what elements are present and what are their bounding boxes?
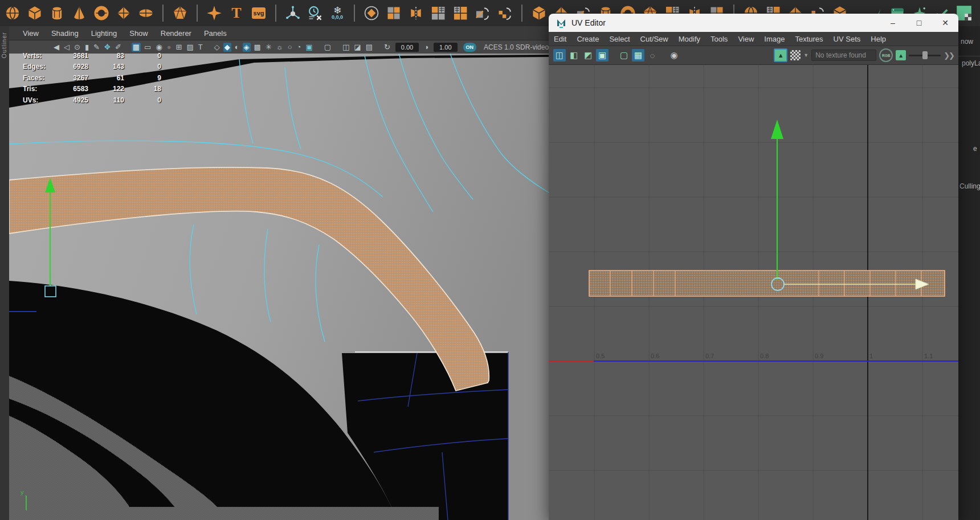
cube-primitive-icon[interactable] <box>26 2 44 24</box>
image-plane-toggle-icon[interactable]: ▤ <box>365 43 374 52</box>
textured-display-icon[interactable]: ◈ <box>243 43 251 52</box>
checker-display-icon[interactable]: ▦ <box>632 49 644 62</box>
hud-text-icon[interactable]: T <box>197 43 204 52</box>
isolate-select-icon[interactable]: ◫ <box>341 43 350 52</box>
uv-menu-help[interactable]: Help <box>871 35 886 43</box>
uv-shell[interactable] <box>589 271 945 296</box>
hud-extra-count: 0 <box>124 52 161 60</box>
antialiasing-icon[interactable]: ▣ <box>304 43 313 52</box>
uv-canvas[interactable]: 0.50.60.70.80.911.1 <box>549 65 958 520</box>
uv-shell-border-icon[interactable]: ◫ <box>553 49 566 62</box>
color-management-toggle[interactable]: ON <box>463 43 477 52</box>
rgb-channels-icon[interactable]: RGB <box>879 48 893 62</box>
occlusion-icon[interactable]: ◔ <box>296 43 303 52</box>
dim-image-icon[interactable]: ◌ <box>646 49 659 62</box>
cone-primitive-icon[interactable] <box>70 2 88 24</box>
uv-editor-window[interactable]: UV Editor –□✕ EditCreateSelectCut/SewMod… <box>549 14 958 520</box>
text-tool-icon[interactable]: T <box>227 2 246 24</box>
viewport-scene[interactable]: y <box>9 54 549 520</box>
uv-editor-titlebar[interactable]: UV Editor –□✕ <box>549 14 958 32</box>
viewport-menu-renderer[interactable]: Renderer <box>161 29 191 38</box>
image-display-icon[interactable]: ▲ <box>896 50 906 60</box>
layers-icon[interactable] <box>362 2 381 24</box>
uv-translate-manipulator[interactable] <box>771 120 929 290</box>
distortion-display-icon[interactable]: ◩ <box>582 49 594 62</box>
perspective-viewport[interactable]: ViewShadingLightingShowRendererPanels ◀◁… <box>9 26 549 520</box>
hud-total-count: 3267 <box>60 74 88 82</box>
texture-name-field[interactable]: No texture found <box>811 50 876 61</box>
uv-menu-image[interactable]: Image <box>764 35 785 43</box>
uv-menu-cut-sew[interactable]: Cut/Sew <box>640 35 668 43</box>
plane-primitive-icon[interactable] <box>115 2 133 24</box>
uv-menu-textures[interactable]: Textures <box>795 35 823 43</box>
right-panel-strip: nowpolyLaeCulling <box>958 26 980 520</box>
field-chart-icon[interactable]: ⊞ <box>175 43 183 52</box>
contrast-icon[interactable]: ◑ <box>423 43 430 52</box>
disc-primitive-icon[interactable] <box>137 2 155 24</box>
uv-menu-uv-sets[interactable]: UV Sets <box>834 35 861 43</box>
shaded-uv-display-icon[interactable]: ◧ <box>567 49 580 62</box>
uv-borders-icon[interactable]: ▣ <box>596 49 609 62</box>
center-pivot-icon[interactable] <box>284 2 302 24</box>
hud-extra-count: 0 <box>124 63 161 71</box>
cylinder-primitive-icon[interactable] <box>48 2 66 24</box>
uv-menu-create[interactable]: Create <box>577 35 599 43</box>
combine-icon[interactable] <box>385 2 403 24</box>
ruler-label: 0.5 <box>596 353 605 359</box>
wireframe-on-shaded-icon[interactable]: ▩ <box>253 43 262 52</box>
wireframe-display-icon[interactable]: ◇ <box>213 43 221 52</box>
delete-history-icon[interactable] <box>306 2 324 24</box>
extrude-tool-icon[interactable] <box>530 2 548 24</box>
image-dim-slider[interactable] <box>909 50 941 61</box>
reduce-icon[interactable] <box>451 2 469 24</box>
close-button[interactable]: ✕ <box>932 14 958 32</box>
exposure-field[interactable]: 0.00 <box>395 43 419 52</box>
svg-text:y: y <box>21 489 24 496</box>
chevron-down-icon[interactable]: ▼ <box>803 52 808 58</box>
image-icon[interactable]: ▲ <box>774 48 787 62</box>
uv-menu-edit[interactable]: Edit <box>554 35 566 43</box>
fill-hole-icon[interactable] <box>429 2 447 24</box>
material-display-icon[interactable]: ◐ <box>234 43 240 52</box>
torus-primitive-icon[interactable] <box>92 2 111 24</box>
gamma-field[interactable]: 1.00 <box>434 43 457 52</box>
viewport-menu-lighting[interactable]: Lighting <box>91 29 117 38</box>
minimize-button[interactable]: – <box>880 14 906 32</box>
grid-display-icon[interactable]: ▢ <box>618 49 630 62</box>
uv-snapshot-icon[interactable]: ◉ <box>668 49 680 62</box>
mirror-geometry-icon[interactable] <box>407 2 425 24</box>
slider-handle[interactable] <box>922 51 928 59</box>
uv-menu-tools[interactable]: Tools <box>710 35 728 43</box>
hud-selected-count: 143 <box>88 63 124 71</box>
viewport-menu-show[interactable]: Show <box>129 29 148 38</box>
star-primitive-icon[interactable] <box>205 2 223 24</box>
outliner-panel-tab[interactable]: Outliner <box>0 26 10 520</box>
select-object-icon[interactable]: ▢ <box>323 43 332 52</box>
expand-toolbar-icon[interactable]: ❯❯ <box>944 51 954 60</box>
default-lighting-icon[interactable]: ✳ <box>264 43 273 52</box>
image-plane-icon[interactable]: ▨ <box>185 43 194 52</box>
isolate-selected-icon[interactable]: ◪ <box>353 43 362 52</box>
hud-label: Edges: <box>23 63 60 71</box>
exposure-icon[interactable]: ↻ <box>383 43 391 52</box>
v-axis-arrow[interactable] <box>771 120 783 139</box>
viewport-menu-view[interactable]: View <box>23 29 39 38</box>
checker-pattern-icon[interactable] <box>790 50 801 60</box>
ruler-label: 1 <box>869 353 873 359</box>
transfer-shading-icon[interactable] <box>496 2 514 24</box>
maximize-button[interactable]: □ <box>906 14 932 32</box>
uv-menu-select[interactable]: Select <box>609 35 630 43</box>
svg-tool-icon[interactable]: svg <box>250 2 268 24</box>
uv-menu-view[interactable]: View <box>738 35 754 43</box>
uv-menu-modify[interactable]: Modify <box>679 35 700 43</box>
transfer-attributes-icon[interactable] <box>473 2 492 24</box>
all-lights-icon[interactable]: ☼ <box>275 43 284 52</box>
platonic-solid-icon[interactable] <box>171 2 189 24</box>
clipped-panel-text: e <box>973 145 977 153</box>
freeze-transform-icon[interactable]: ❄0,0,0 <box>328 2 346 24</box>
viewport-menu-panels[interactable]: Panels <box>204 29 227 38</box>
shadows-icon[interactable]: ○ <box>287 43 293 52</box>
sphere-primitive-icon[interactable] <box>3 2 22 24</box>
shaded-display-icon[interactable]: ◆ <box>223 43 231 52</box>
viewport-menu-shading[interactable]: Shading <box>51 29 79 38</box>
